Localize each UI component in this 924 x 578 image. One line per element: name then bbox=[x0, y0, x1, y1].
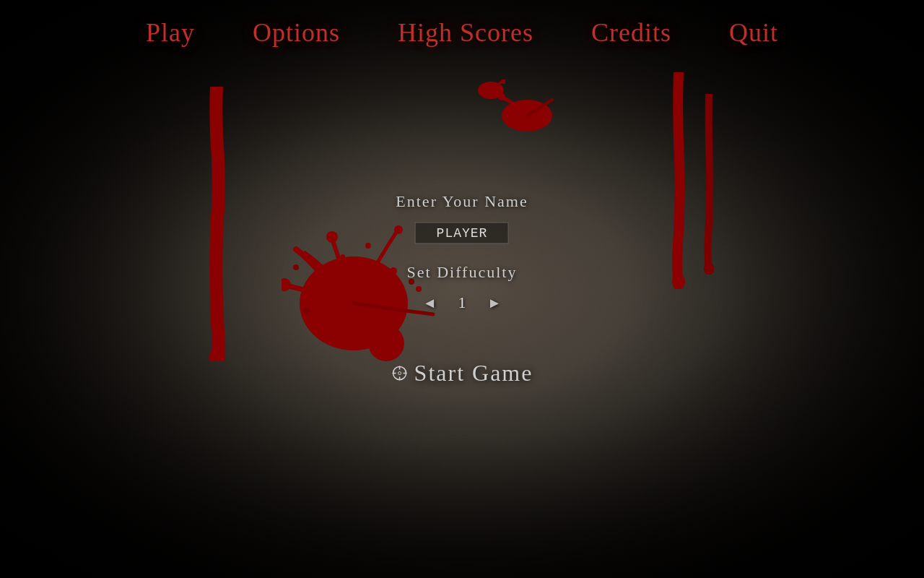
svg-point-19 bbox=[501, 79, 505, 84]
difficulty-increase-button[interactable]: ► bbox=[487, 294, 502, 311]
player-name-input[interactable] bbox=[415, 223, 509, 244]
nav-play[interactable]: Play bbox=[146, 17, 195, 48]
svg-point-9 bbox=[310, 274, 318, 282]
svg-point-21 bbox=[398, 371, 401, 374]
center-panel: Enter Your Name Set Diffuculty ◄ 1 ► Sta… bbox=[391, 192, 533, 387]
svg-point-6 bbox=[282, 278, 291, 291]
navbar: Play Options High Scores Credits Quit bbox=[0, 0, 924, 65]
svg-point-11 bbox=[365, 243, 371, 249]
nav-quit[interactable]: Quit bbox=[729, 17, 778, 48]
blood-right-drip2 bbox=[704, 94, 715, 275]
blood-left-drip bbox=[209, 87, 231, 361]
svg-point-1 bbox=[672, 274, 685, 289]
nav-options[interactable]: Options bbox=[253, 17, 340, 48]
blood-top-small bbox=[476, 79, 505, 101]
svg-point-4 bbox=[326, 231, 338, 243]
svg-point-10 bbox=[293, 264, 299, 270]
svg-point-13 bbox=[303, 307, 310, 314]
difficulty-row: ◄ 1 ► bbox=[422, 293, 502, 312]
nav-credits[interactable]: Credits bbox=[591, 17, 671, 48]
start-game-button[interactable]: Start Game bbox=[391, 360, 533, 387]
difficulty-label: Set Diffuculty bbox=[407, 263, 518, 282]
svg-point-12 bbox=[341, 254, 345, 259]
start-game-label: Start Game bbox=[414, 360, 533, 387]
crosshair-icon bbox=[391, 364, 409, 381]
blood-top-right bbox=[498, 94, 556, 137]
enter-name-label: Enter Your Name bbox=[396, 192, 528, 211]
blood-right-drip1 bbox=[671, 72, 686, 289]
difficulty-value: 1 bbox=[451, 293, 473, 312]
difficulty-decrease-button[interactable]: ◄ bbox=[422, 294, 437, 311]
nav-high-scores[interactable]: High Scores bbox=[398, 17, 533, 48]
